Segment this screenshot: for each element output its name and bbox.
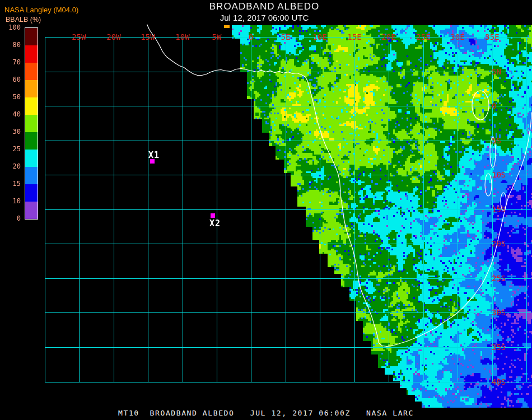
colorbar-tick: 80 <box>13 41 21 49</box>
colorbar-segment <box>25 45 38 63</box>
colorbar-tick: 60 <box>13 76 21 83</box>
map-marker-x2 <box>211 213 215 218</box>
colorbar-segment <box>25 167 38 184</box>
colorbar-segment <box>25 115 38 132</box>
colorbar-tick: 70 <box>13 58 21 66</box>
map-marker-label: X1 <box>148 150 160 160</box>
title-block: BROADBAND ALBEDO Jul 12, 2017 06:00 UTC <box>0 1 529 22</box>
colorbar-tick: 15 <box>13 180 21 188</box>
colorbar-tick: 20 <box>13 162 21 170</box>
colorbar-segment <box>25 184 38 202</box>
colorbar-segment <box>25 63 38 80</box>
colorbar-tick: 25 <box>13 145 21 153</box>
footer-text: MT10 BROADBAND ALBEDO JUL 12, 2017 06:00… <box>118 409 414 417</box>
colorbar-segment <box>25 80 38 97</box>
colorbar-tick: 100 <box>8 24 21 31</box>
colorbar-tick: 50 <box>13 93 21 101</box>
page-title: BROADBAND ALBEDO <box>0 1 529 12</box>
colorbar-tick: 10 <box>13 197 21 205</box>
map-marker-label: X2 <box>209 218 221 228</box>
colorbar-tick: 0 <box>17 214 21 222</box>
colorbar-segment <box>25 97 38 115</box>
colorbar-tick: 40 <box>13 110 21 118</box>
colorbar-tick: 30 <box>13 128 21 136</box>
colorbar-segment <box>25 202 38 219</box>
albedo-map-canvas <box>0 0 532 420</box>
albedo-colorbar <box>25 27 38 220</box>
footer-bar: MT10 BROADBAND ALBEDO JUL 12, 2017 06:00… <box>0 408 532 420</box>
colorbar-segment <box>25 150 38 167</box>
colorbar-segment <box>25 132 38 150</box>
page-subtitle: Jul 12, 2017 06:00 UTC <box>0 13 529 22</box>
colorbar-segment <box>25 28 38 45</box>
albedo-map-screen: NASA Langley (M04.0) BBALB (%) BROADBAND… <box>0 0 532 420</box>
